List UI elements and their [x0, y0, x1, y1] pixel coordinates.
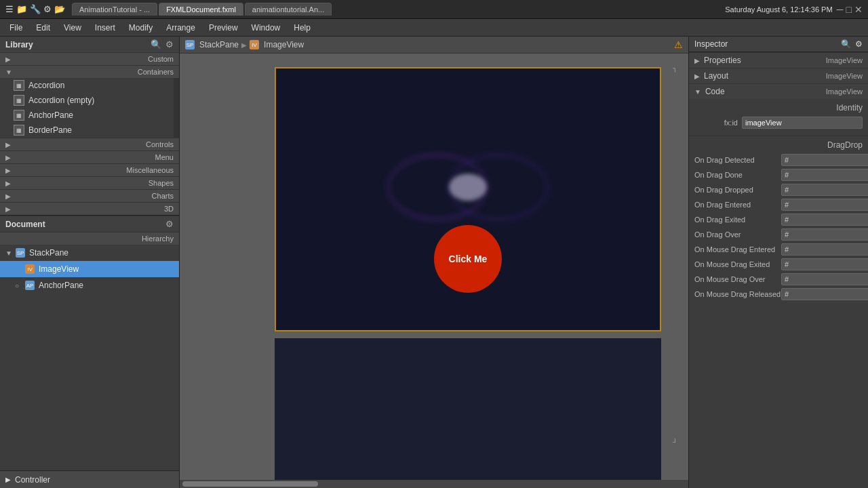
- drag-exited-label: On Drag Exited: [694, 216, 781, 224]
- section-charts[interactable]: ▶ Charts: [0, 189, 179, 202]
- drag-dropped-row: On Drag Dropped ▼: [694, 184, 863, 196]
- close-button[interactable]: ✕: [854, 4, 863, 15]
- library-scrollbar[interactable]: [174, 78, 179, 138]
- fxid-input[interactable]: [742, 117, 863, 129]
- titlebar: ☰ 📁 🔧 ⚙ 📂 AnimationTutorial - ... FXMLDo…: [0, 0, 868, 19]
- library-item-anchorpane[interactable]: ▦ AnchorPane: [0, 108, 174, 123]
- breadcrumb-imageview[interactable]: ImageView: [264, 40, 304, 49]
- drag-entered-select: ▼: [781, 199, 863, 211]
- drag-done-input[interactable]: [781, 169, 868, 181]
- drag-exited-select: ▼: [781, 214, 863, 226]
- document-settings-icon[interactable]: ⚙: [165, 219, 174, 229]
- mouse-drag-entered-input[interactable]: [781, 243, 868, 256]
- tab-animation-an[interactable]: animationtutorial.An...: [245, 3, 332, 16]
- settings-icon[interactable]: ⚙: [855, 39, 863, 49]
- svg-point-2: [449, 174, 487, 201]
- document-header: Document ⚙: [0, 216, 179, 232]
- tab-animation-tutorial[interactable]: AnimationTutorial - ...: [72, 3, 157, 16]
- library-item-borderpane[interactable]: ▦ BorderPane: [0, 123, 174, 138]
- search-icon[interactable]: 🔍: [841, 39, 851, 49]
- section-code-label: Code: [705, 87, 725, 96]
- menu-modify[interactable]: Modify: [122, 21, 159, 35]
- section-containers[interactable]: ▼ Containers: [0, 65, 179, 78]
- settings-icon[interactable]: ⚙: [165, 39, 174, 49]
- tree-item-label: StackPane: [29, 248, 68, 258]
- canvas-area[interactable]: ┌ ┐ └ ┘: [180, 54, 688, 480]
- section-menu-label: Menu: [155, 153, 174, 161]
- breadcrumb-stackpane[interactable]: StackPane: [199, 40, 239, 49]
- section-3d[interactable]: ▶ 3D: [0, 202, 179, 215]
- tree-item-stackpane[interactable]: ▼ SP StackPane: [0, 245, 179, 261]
- inspector-section-layout[interactable]: ▶ Layout ImageView: [689, 68, 868, 83]
- imageview-node-icon: IV: [24, 264, 35, 274]
- menu-arrange[interactable]: Arrange: [159, 21, 202, 35]
- mouse-drag-exited-input[interactable]: [781, 258, 868, 270]
- app-icon4: 📂: [54, 4, 65, 14]
- scene-frame: Click Me: [275, 67, 661, 331]
- mouse-drag-over-input[interactable]: [781, 273, 868, 285]
- minimize-button[interactable]: ─: [837, 4, 844, 15]
- drag-over-label: On Drag Over: [694, 230, 781, 239]
- drag-entered-input[interactable]: [781, 199, 868, 211]
- stackpane-node-icon: SP: [15, 247, 26, 258]
- expand-icon: ○: [15, 282, 24, 289]
- drag-detected-input[interactable]: [781, 154, 868, 166]
- search-icon[interactable]: 🔍: [151, 39, 161, 49]
- menu-insert[interactable]: Insert: [88, 21, 122, 35]
- item-label: Accordion: [28, 81, 64, 90]
- section-layout-label: Layout: [704, 71, 728, 81]
- tree-item-imageview[interactable]: IV ImageView: [0, 261, 179, 277]
- menu-edit[interactable]: Edit: [29, 21, 57, 35]
- menu-view[interactable]: View: [57, 21, 88, 35]
- horizontal-scrollbar[interactable]: [180, 480, 688, 488]
- dragdrop-box: DragDrop On Drag Detected ▼ On Drag Done…: [689, 136, 868, 307]
- mouse-drag-over-select: ▼: [781, 273, 863, 285]
- drag-exited-row: On Drag Exited ▼: [694, 214, 863, 226]
- section-code-context: ImageView: [826, 87, 863, 96]
- system-tray: Saturday August 6, 12:14:36 PM ─ □ ✕: [725, 4, 863, 15]
- tab-fxml-document[interactable]: FXMLDocument.fxml: [159, 3, 243, 16]
- breadcrumb-bar: SP StackPane ▶ IV ImageView ⚠: [180, 37, 688, 54]
- section-controls[interactable]: ▶ Controls: [0, 138, 179, 150]
- hscroll-thumb[interactable]: [182, 481, 318, 487]
- library-item-accordion-empty[interactable]: ▦ Accordion (empty): [0, 93, 174, 108]
- maximize-button[interactable]: □: [846, 4, 852, 15]
- menu-file[interactable]: File: [3, 21, 29, 35]
- accordion-icon: ▦: [14, 80, 24, 91]
- section-miscellaneous[interactable]: ▶ Miscellaneous: [0, 163, 179, 176]
- menu-help[interactable]: Help: [287, 21, 317, 35]
- mouse-drag-released-row: On Mouse Drag Released ▼: [694, 288, 863, 300]
- section-containers-label: Containers: [138, 68, 174, 76]
- mouse-drag-entered-select: ▼: [781, 243, 863, 256]
- app-menu-icon[interactable]: ☰: [5, 4, 14, 14]
- section-custom[interactable]: ▶ Custom: [0, 52, 179, 65]
- tree-item-label: AnchorPane: [39, 281, 83, 290]
- section-menu[interactable]: ▶ Menu: [0, 150, 179, 163]
- fxid-label: fx:id: [694, 119, 742, 127]
- app-icon2: 🔧: [30, 4, 41, 14]
- drag-over-input[interactable]: [781, 228, 868, 241]
- anchorpane-icon: ▦: [14, 110, 24, 121]
- drag-dropped-select: ▼: [781, 184, 863, 196]
- drag-exited-input[interactable]: [781, 214, 868, 226]
- document-title: Document: [5, 220, 45, 229]
- menu-window[interactable]: Window: [245, 21, 288, 35]
- tab-label: animationtutorial.An...: [252, 5, 324, 14]
- item-label: Accordion (empty): [28, 96, 94, 105]
- tree-item-label: ImageView: [39, 264, 79, 274]
- inspector-section-code[interactable]: ▼ Code ImageView: [689, 83, 868, 99]
- main-layout: Library 🔍 ⚙ ▶ Custom ▼ Containers ▦: [0, 37, 868, 488]
- drag-dropped-input[interactable]: [781, 184, 868, 196]
- inspector-section-properties[interactable]: ▶ Properties ImageView: [689, 52, 868, 68]
- arrow-icon: ▶: [5, 205, 11, 213]
- menu-preview[interactable]: Preview: [202, 21, 245, 35]
- drag-done-label: On Drag Done: [694, 171, 781, 179]
- library-item-accordion[interactable]: ▦ Accordion: [0, 78, 174, 93]
- expand-arrow: ▼: [694, 88, 701, 96]
- section-shapes[interactable]: ▶ Shapes: [0, 176, 179, 189]
- click-me-button[interactable]: Click Me: [434, 225, 502, 293]
- tree-item-anchorpane[interactable]: ○ AP AnchorPane: [0, 277, 179, 293]
- drag-over-select: ▼: [781, 228, 863, 241]
- mouse-drag-exited-row: On Mouse Drag Exited ▼: [694, 258, 863, 270]
- mouse-drag-released-input[interactable]: [781, 288, 868, 300]
